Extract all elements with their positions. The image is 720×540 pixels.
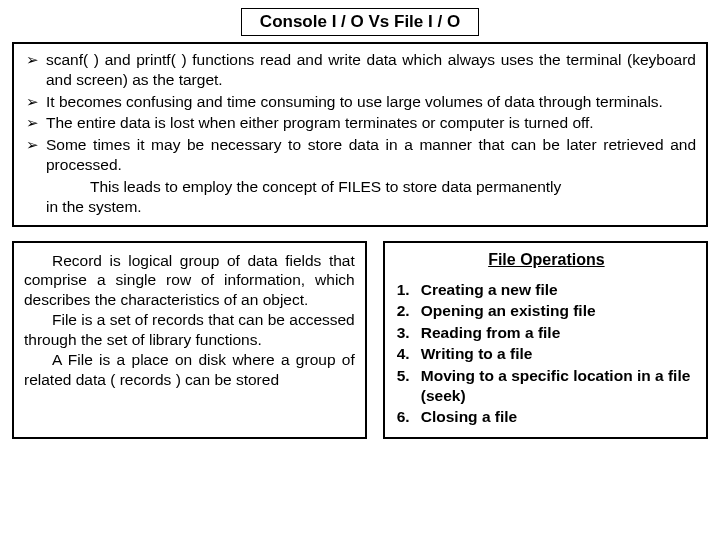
item-text: Writing to a file	[421, 344, 533, 364]
item-text: Reading from a file	[421, 323, 561, 343]
operation-item: 2.Opening an existing file	[397, 301, 696, 321]
title-container: Console I / O Vs File I / O	[12, 8, 708, 36]
definition-file-2: A File is a place on disk where a group …	[24, 350, 355, 390]
operations-title: File Operations	[397, 249, 696, 270]
operations-list: 1.Creating a new file 2.Opening an exist…	[397, 280, 696, 428]
definitions-box: Record is logical group of data fields t…	[12, 241, 367, 439]
file-operations-box: File Operations 1.Creating a new file 2.…	[383, 241, 708, 439]
bullet-item: scanf( ) and printf( ) functions read an…	[24, 50, 696, 90]
item-number: 1.	[397, 280, 421, 300]
item-text: Moving to a specific location in a file …	[421, 366, 696, 407]
item-text: Opening an existing file	[421, 301, 596, 321]
bullet-item: Some times it may be necessary to store …	[24, 135, 696, 175]
item-text: Closing a file	[421, 407, 517, 427]
comparison-box: scanf( ) and printf( ) functions read an…	[12, 42, 708, 227]
followup-line: in the system.	[24, 197, 696, 217]
item-number: 2.	[397, 301, 421, 321]
operation-item: 5.Moving to a specific location in a fil…	[397, 366, 696, 407]
item-number: 4.	[397, 344, 421, 364]
bullet-list: scanf( ) and printf( ) functions read an…	[24, 50, 696, 175]
bottom-row: Record is logical group of data fields t…	[12, 241, 708, 439]
item-number: 3.	[397, 323, 421, 343]
item-number: 6.	[397, 407, 421, 427]
item-number: 5.	[397, 366, 421, 386]
followup-line: This leads to employ the concept of FILE…	[24, 177, 696, 197]
page-title: Console I / O Vs File I / O	[241, 8, 479, 36]
operation-item: 1.Creating a new file	[397, 280, 696, 300]
definition-record: Record is logical group of data fields t…	[24, 251, 355, 310]
operation-item: 4.Writing to a file	[397, 344, 696, 364]
operation-item: 6.Closing a file	[397, 407, 696, 427]
bullet-item: The entire data is lost when either prog…	[24, 113, 696, 133]
definition-file-1: File is a set of records that can be acc…	[24, 310, 355, 350]
operation-item: 3.Reading from a file	[397, 323, 696, 343]
item-text: Creating a new file	[421, 280, 558, 300]
bullet-item: It becomes confusing and time consuming …	[24, 92, 696, 112]
